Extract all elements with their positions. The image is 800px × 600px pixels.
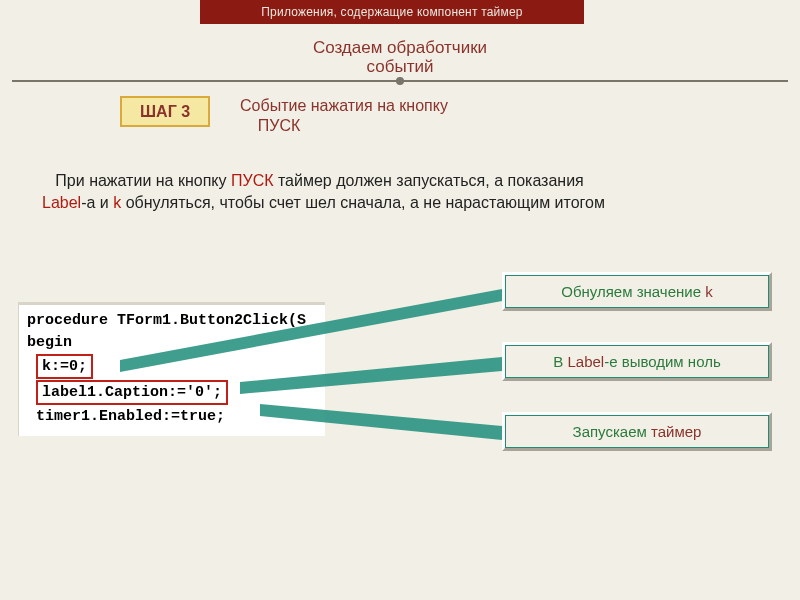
code-line-5: timer1.Enabled:=true;: [25, 406, 325, 427]
callout-start-timer: Запускаем таймер: [502, 412, 772, 451]
slide: Приложения, содержащие компонент таймер …: [0, 0, 800, 600]
callout2-text-a: В: [553, 353, 567, 370]
callout-label-zero: В Label-е выводим ноль: [502, 342, 772, 381]
description: При нажатии на кнопку ПУСК таймер должен…: [42, 170, 740, 214]
code-highlight-label: label1.Caption:='0';: [36, 380, 228, 405]
callout-reset-k: Обнуляем значение k: [502, 272, 772, 311]
step-caption-line2: ПУСК: [258, 117, 301, 134]
code-text-timer: timer1.Enabled:=true;: [36, 408, 225, 425]
code-line-1: procedure TForm1.Button2Click(S: [25, 310, 325, 331]
callout2-keyword-label: Label: [567, 353, 604, 370]
banner-title: Приложения, содержащие компонент таймер: [200, 0, 584, 24]
callout1-text-a: Обнуляем значение: [561, 283, 705, 300]
desc-keyword-pusk: ПУСК: [231, 172, 274, 189]
desc-text-3: -a и: [81, 194, 113, 211]
code-panel: procedure TForm1.Button2Click(S begin k:…: [18, 302, 325, 436]
section-title: Создаем обработчики событий: [0, 38, 800, 76]
step-badge: ШАГ 3: [120, 96, 210, 127]
step-caption-line1: Событие нажатия на кнопку: [240, 97, 448, 114]
code-highlight-k: k:=0;: [36, 354, 93, 379]
callout1-keyword-k: k: [705, 283, 713, 300]
step-row: ШАГ 3 Событие нажатия на кнопку ПУСК: [120, 96, 448, 136]
divider: [12, 80, 788, 82]
desc-text-2: таймер должен запускаться, а показания: [274, 172, 584, 189]
section-title-line1: Создаем обработчики: [313, 38, 487, 57]
callout2-text-c: -е выводим ноль: [604, 353, 721, 370]
code-line-2: begin: [25, 332, 325, 353]
callout3-keyword-timer: таймер: [651, 423, 701, 440]
code-line-3: k:=0;: [25, 354, 325, 379]
desc-text-4: обнуляться, чтобы счет шел сначала, а не…: [121, 194, 605, 211]
code-line-4: label1.Caption:='0';: [25, 380, 325, 405]
desc-text-1: При нажатии на кнопку: [55, 172, 231, 189]
step-caption: Событие нажатия на кнопку ПУСК: [240, 96, 448, 136]
section-title-line2: событий: [367, 57, 434, 76]
callout3-text-a: Запускаем: [573, 423, 651, 440]
desc-keyword-label: Label: [42, 194, 81, 211]
